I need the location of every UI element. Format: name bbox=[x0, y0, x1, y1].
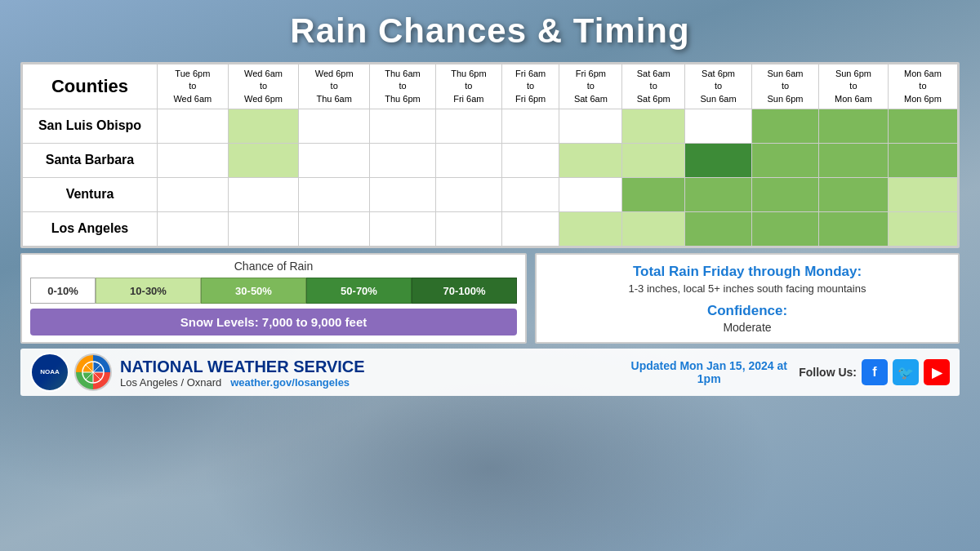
time-header: Thu 6amtoThu 6pm bbox=[370, 64, 436, 109]
table-row: Los Angeles bbox=[23, 212, 958, 247]
rain-cell bbox=[228, 109, 299, 144]
time-header: Sun 6amtoSun 6pm bbox=[752, 64, 819, 109]
rain-cell bbox=[501, 109, 559, 144]
rain-cell bbox=[888, 144, 957, 178]
confidence-title: Confidence: bbox=[707, 303, 787, 319]
time-header: Sun 6pmtoMon 6am bbox=[818, 64, 888, 109]
county-name: Los Angeles bbox=[23, 212, 158, 247]
rain-cell bbox=[501, 178, 559, 212]
rain-cell bbox=[501, 144, 559, 178]
time-header: Thu 6pmtoFri 6am bbox=[435, 64, 501, 109]
rain-cell bbox=[752, 212, 819, 247]
rain-cell bbox=[158, 144, 229, 178]
facebook-icon[interactable]: f bbox=[862, 359, 888, 385]
rain-cell bbox=[370, 144, 436, 178]
footer-updated: Updated Mon Jan 15, 2024 at 1pm bbox=[627, 359, 791, 385]
rain-cell bbox=[370, 109, 436, 144]
org-url: weather.gov/losangeles bbox=[230, 376, 350, 389]
time-header: Fri 6pmtoSat 6am bbox=[559, 64, 622, 109]
rain-cell bbox=[559, 109, 622, 144]
time-header: Wed 6amtoWed 6pm bbox=[228, 64, 299, 109]
follow-label: Follow Us: bbox=[799, 366, 857, 379]
footer-follow: Follow Us: f 🐦 ▶ bbox=[799, 359, 950, 385]
rain-cell bbox=[622, 109, 685, 144]
rain-cell bbox=[299, 212, 370, 247]
rain-cell bbox=[559, 178, 622, 212]
time-header: Wed 6pmtoThu 6am bbox=[299, 64, 370, 109]
total-rain-desc: 1-3 inches, local 5+ inches south facing… bbox=[629, 282, 866, 295]
rain-cell bbox=[622, 144, 685, 178]
rain-cell bbox=[158, 178, 229, 212]
rain-cell bbox=[685, 109, 752, 144]
time-header: Mon 6amtoMon 6pm bbox=[888, 64, 957, 109]
rain-cell bbox=[685, 178, 752, 212]
legend-title: Chance of Rain bbox=[30, 260, 517, 273]
county-name: Ventura bbox=[23, 178, 158, 212]
footer: NOAA NATIONAL WEATHER SERVICE Los Angele… bbox=[20, 349, 960, 396]
rain-cell bbox=[752, 178, 819, 212]
rain-cell bbox=[622, 212, 685, 247]
table-row: San Luis Obispo bbox=[23, 109, 958, 144]
rain-cell bbox=[299, 109, 370, 144]
footer-text: NATIONAL WEATHER SERVICE Los Angeles / O… bbox=[120, 357, 619, 389]
rain-cell bbox=[228, 178, 299, 212]
rain-cell bbox=[158, 109, 229, 144]
table-row: Santa Barbara bbox=[23, 144, 958, 178]
rain-cell bbox=[818, 178, 888, 212]
time-header: Tue 6pmtoWed 6am bbox=[158, 64, 229, 109]
confidence-value: Moderate bbox=[723, 321, 771, 334]
rain-cell bbox=[435, 144, 501, 178]
rain-cell bbox=[818, 109, 888, 144]
page-title: Rain Chances & Timing bbox=[20, 8, 960, 57]
rain-cell bbox=[299, 178, 370, 212]
rain-cell bbox=[501, 212, 559, 247]
counties-header: Counties bbox=[23, 64, 158, 109]
county-name: Santa Barbara bbox=[23, 144, 158, 178]
rain-cell bbox=[685, 212, 752, 247]
rain-cell bbox=[435, 178, 501, 212]
table-row: Ventura bbox=[23, 178, 958, 212]
footer-logos: NOAA bbox=[30, 353, 112, 392]
rain-cell bbox=[818, 144, 888, 178]
legend-box: Chance of Rain 0-10%10-30%30-50%50-70%70… bbox=[20, 253, 527, 344]
time-header: Sat 6amtoSat 6pm bbox=[622, 64, 685, 109]
rain-cell bbox=[888, 109, 957, 144]
rain-table: Counties Tue 6pmtoWed 6amWed 6amtoWed 6p… bbox=[22, 64, 958, 247]
legend-items: 0-10%10-30%30-50%50-70%70-100% bbox=[30, 278, 517, 304]
rain-cell bbox=[888, 212, 957, 247]
time-header: Fri 6amtoFri 6pm bbox=[501, 64, 559, 109]
legend-item: 70-100% bbox=[412, 278, 517, 304]
org-sub: Los Angeles / Oxnard weather.gov/losange… bbox=[120, 376, 619, 389]
rain-cell bbox=[888, 178, 957, 212]
nws-logo bbox=[74, 353, 112, 391]
county-name: San Luis Obispo bbox=[23, 109, 158, 144]
legend-item: 50-70% bbox=[306, 278, 412, 304]
rain-cell bbox=[685, 144, 752, 178]
legend-item: 10-30% bbox=[96, 278, 201, 304]
rain-cell bbox=[435, 109, 501, 144]
rain-cell bbox=[559, 212, 622, 247]
legend-item: 0-10% bbox=[30, 278, 96, 304]
time-header: Sat 6pmtoSun 6am bbox=[685, 64, 752, 109]
rain-cell bbox=[299, 144, 370, 178]
rain-cell bbox=[752, 109, 819, 144]
rain-cell bbox=[559, 144, 622, 178]
rain-cell bbox=[370, 178, 436, 212]
rain-cell bbox=[818, 212, 888, 247]
noaa-logo: NOAA bbox=[30, 353, 69, 392]
rain-cell bbox=[370, 212, 436, 247]
bottom-section: Chance of Rain 0-10%10-30%30-50%50-70%70… bbox=[20, 253, 960, 344]
rain-cell bbox=[228, 212, 299, 247]
legend-item: 30-50% bbox=[201, 278, 306, 304]
rain-cell bbox=[622, 178, 685, 212]
rain-cell bbox=[435, 212, 501, 247]
rain-cell bbox=[752, 144, 819, 178]
twitter-icon[interactable]: 🐦 bbox=[893, 359, 919, 385]
youtube-icon[interactable]: ▶ bbox=[924, 359, 950, 385]
total-rain-title: Total Rain Friday through Monday: bbox=[633, 264, 862, 280]
snow-level: Snow Levels: 7,000 to 9,000 feet bbox=[30, 309, 517, 335]
org-name: NATIONAL WEATHER SERVICE bbox=[120, 357, 619, 376]
info-box: Total Rain Friday through Monday: 1-3 in… bbox=[535, 253, 960, 344]
rain-cell bbox=[228, 144, 299, 178]
rain-table-container: Counties Tue 6pmtoWed 6amWed 6amtoWed 6p… bbox=[20, 62, 960, 248]
